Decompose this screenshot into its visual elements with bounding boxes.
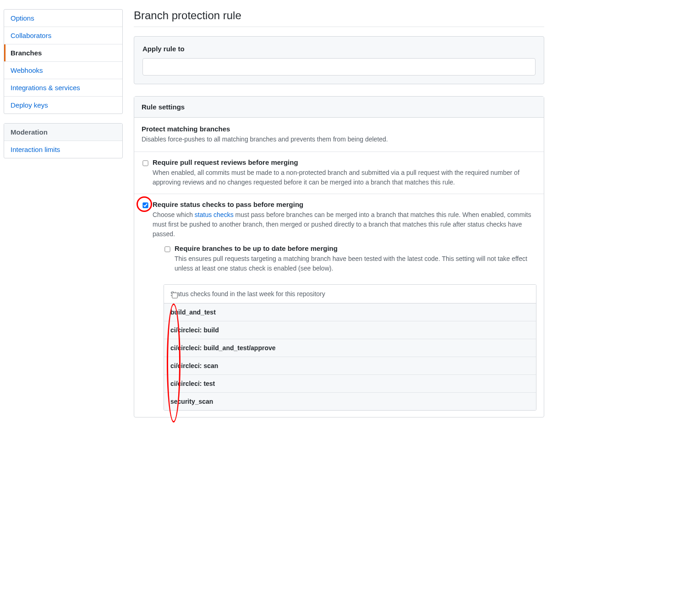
apply-rule-label: Apply rule to: [142, 45, 536, 53]
status-check-label: security_scan: [170, 398, 213, 405]
sidebar-item-interaction-limits[interactable]: Interaction limits: [4, 141, 122, 158]
status-check-row: ci/circleci: build_and_test/approve: [164, 339, 536, 357]
require-pr-reviews-desc: When enabled, all commits must be made t…: [153, 168, 536, 187]
require-pr-reviews-checkbox[interactable]: [142, 160, 148, 166]
status-check-label: build_and_test: [170, 309, 216, 316]
sidebar-item-branches[interactable]: Branches: [4, 44, 122, 61]
require-status-checks-title: Require status checks to pass before mer…: [153, 201, 536, 208]
status-check-row: ci/circleci: test: [164, 375, 536, 393]
status-checks-table-header: Status checks found in the last week for…: [164, 285, 536, 304]
sidebar-item-deploy-keys[interactable]: Deploy keys: [4, 97, 122, 114]
require-pr-reviews-title: Require pull request reviews before merg…: [153, 158, 536, 166]
sidebar-item-collaborators[interactable]: Collaborators: [4, 27, 122, 44]
status-check-row: ci/circleci: scan: [164, 357, 536, 375]
require-uptodate-checkbox[interactable]: [164, 246, 170, 252]
status-checks-link[interactable]: status checks: [195, 211, 234, 218]
sidebar-item-webhooks[interactable]: Webhooks: [4, 62, 122, 79]
require-pr-reviews-item: Require pull request reviews before merg…: [134, 152, 544, 194]
sidebar-item-options[interactable]: Options: [4, 10, 122, 27]
protect-desc: Disables force-pushes to all matching br…: [142, 135, 536, 144]
status-checks-nested: Require branches to be up to date before…: [164, 239, 536, 411]
require-status-checks-checkbox[interactable]: [142, 202, 148, 208]
apply-rule-input[interactable]: [142, 58, 536, 76]
require-status-checks-item: Require status checks to pass before mer…: [134, 194, 544, 417]
rule-settings-box: Rule settings Protect matching branches …: [134, 96, 544, 417]
apply-rule-box: Apply rule to: [134, 36, 544, 84]
page-title: Branch protection rule: [134, 9, 544, 27]
status-check-security-scan-checkbox[interactable]: [172, 293, 177, 298]
sidebar-nav-main: Options Collaborators Branches Webhooks …: [4, 9, 123, 114]
protect-title: Protect matching branches: [142, 125, 536, 133]
rule-settings-header: Rule settings: [134, 97, 544, 118]
status-check-row: ci/circleci: build: [164, 321, 536, 339]
sidebar-moderation-header: Moderation: [4, 124, 122, 141]
status-check-row: build_and_test: [164, 304, 536, 321]
status-check-row: security_scan: [164, 393, 536, 410]
require-status-checks-desc: Choose which status checks must pass bef…: [153, 210, 536, 239]
main-content: Branch protection rule Apply rule to Rul…: [134, 9, 544, 417]
settings-sidebar: Options Collaborators Branches Webhooks …: [4, 9, 123, 417]
status-check-label: ci/circleci: build: [170, 326, 219, 334]
protect-matching-section: Protect matching branches Disables force…: [134, 118, 544, 152]
require-uptodate-title: Require branches to be up to date before…: [175, 244, 529, 252]
status-checks-table: Status checks found in the last week for…: [164, 284, 536, 411]
sidebar-item-integrations[interactable]: Integrations & services: [4, 79, 122, 96]
sidebar-nav-moderation: Moderation Interaction limits: [4, 123, 123, 158]
status-check-label: ci/circleci: build_and_test/approve: [170, 344, 276, 352]
status-check-label: ci/circleci: test: [170, 380, 215, 387]
require-uptodate-item: Require branches to be up to date before…: [164, 239, 536, 280]
require-uptodate-desc: This ensures pull requests targeting a m…: [175, 254, 529, 273]
status-check-label: ci/circleci: scan: [170, 362, 218, 369]
